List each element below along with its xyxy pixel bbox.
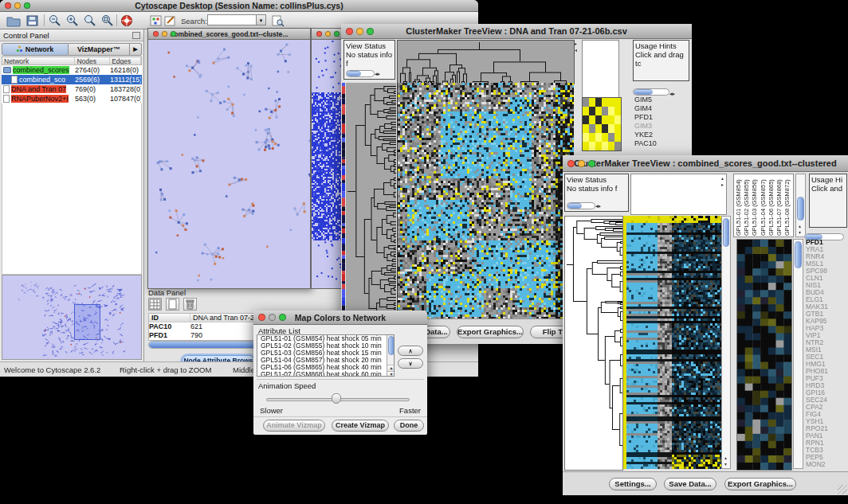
- resize-grip[interactable]: [838, 485, 847, 494]
- close-icon[interactable]: [346, 28, 353, 35]
- zoom-row-label[interactable]: GIM5: [634, 96, 666, 104]
- help-lifesaver-icon[interactable]: [120, 14, 134, 27]
- zoom-out-icon[interactable]: [48, 14, 62, 27]
- network-table-row[interactable]: RNAPuberNov2+I563(0)107847(0): [2, 94, 142, 104]
- annotation-icon[interactable]: [163, 14, 178, 27]
- minimize-icon[interactable]: [325, 31, 331, 37]
- close-icon[interactable]: [258, 314, 265, 321]
- column-label[interactable]: GPL51-04 (GSM857): [760, 175, 768, 236]
- background-network-window[interactable]: [311, 28, 343, 289]
- main-titlebar[interactable]: Cytoscape Desktop (Session Name: collins…: [0, 0, 478, 12]
- overview-viewport[interactable]: [74, 304, 100, 340]
- dialog-titlebar[interactable]: Map Colors to Network: [253, 311, 427, 325]
- row-dendrogram-canvas[interactable]: [346, 83, 396, 318]
- row-dendrogram-canvas[interactable]: [564, 216, 623, 471]
- heatmap-canvas[interactable]: [626, 216, 721, 469]
- delete-attribute-icon[interactable]: [183, 298, 197, 311]
- zoom-heatmap-canvas[interactable]: [582, 97, 622, 151]
- scroll-arrow-icon[interactable]: ▸: [721, 182, 724, 187]
- save-data-button[interactable]: Save Data...: [664, 478, 716, 490]
- network-canvas[interactable]: [148, 40, 310, 288]
- column-label[interactable]: GPL51-06 (GSM865): [768, 175, 775, 236]
- enhanced-search-icon[interactable]: [271, 14, 285, 27]
- scroll-up-icon[interactable]: ▴: [387, 365, 395, 371]
- animation-speed-slider-thumb[interactable]: [332, 393, 341, 404]
- zoom-window-icon[interactable]: [588, 160, 595, 167]
- column-label[interactable]: GPL51-07 (GSM868): [775, 175, 783, 236]
- network-table-row[interactable]: DNA and Tran 07769(0)183728(0): [2, 84, 142, 94]
- column-label[interactable]: GPL51-08 (GSM872): [783, 175, 791, 236]
- column-dendrogram-canvas[interactable]: [397, 40, 575, 84]
- settings-button[interactable]: Settings...: [609, 478, 657, 490]
- gene-label[interactable]: MON2: [806, 461, 847, 468]
- attr-col-id[interactable]: ID: [149, 314, 190, 322]
- column-header-network[interactable]: Network: [2, 57, 75, 64]
- minimize-icon[interactable]: [578, 160, 585, 167]
- minimize-icon[interactable]: [162, 31, 167, 37]
- column-header-edges[interactable]: Edges: [110, 57, 141, 64]
- zoom-window-icon[interactable]: [367, 28, 374, 35]
- animate-vizmap-button[interactable]: Animate Vizmap: [263, 420, 325, 432]
- network-name-cell[interactable]: RNAPuberNov2+I: [2, 95, 75, 103]
- treeview-combined-titlebar[interactable]: ClusterMaker TreeView : combined_scores_…: [563, 155, 848, 172]
- scroll-arrow-icon[interactable]: ▴: [721, 176, 724, 181]
- minimize-icon[interactable]: [356, 28, 363, 35]
- background-window-titlebar[interactable]: [312, 29, 342, 40]
- create-vizmap-button[interactable]: Create Vizmap: [332, 420, 389, 432]
- done-button[interactable]: Done: [394, 420, 424, 432]
- scroll-down-icon[interactable]: ▾: [799, 230, 801, 235]
- labels-scrollbar[interactable]: ▴ ▾: [795, 174, 806, 237]
- network-name-cell[interactable]: combined_sco: [2, 76, 75, 84]
- gene-label-list[interactable]: PFD1YRA1RNR4MSL1SPC98CLN1NIS1BUD4ELG1MAK…: [806, 239, 847, 469]
- zoom-fit-icon[interactable]: [100, 14, 115, 27]
- search-dropdown-icon[interactable]: ▾: [257, 14, 266, 25]
- attribute-list-scrollbar[interactable]: ▴ ▾: [387, 335, 395, 377]
- network-table-header[interactable]: Network Nodes Edges: [2, 57, 142, 65]
- move-up-button[interactable]: ∧: [398, 346, 423, 356]
- export-graphics-button[interactable]: Export Graphics...: [724, 478, 796, 490]
- network-overview-panel[interactable]: [2, 275, 142, 360]
- zoom-row-label[interactable]: GIM3: [634, 122, 666, 131]
- zoom-scrollbar[interactable]: [793, 239, 803, 469]
- minimize-icon[interactable]: [269, 314, 276, 321]
- tab-network[interactable]: Network: [2, 43, 69, 56]
- zoom-window-icon[interactable]: [334, 31, 340, 37]
- zoom-selected-icon[interactable]: [83, 14, 97, 27]
- close-icon[interactable]: [316, 31, 322, 37]
- network-table-row[interactable]: combined_scores2764(0)16218(0): [2, 65, 142, 75]
- zoom-heatmap-canvas[interactable]: [736, 239, 792, 471]
- save-icon[interactable]: [26, 14, 40, 27]
- zoom-window-icon[interactable]: [171, 31, 176, 37]
- tab-overflow-icon[interactable]: ▶: [130, 43, 142, 56]
- attribute-list-item[interactable]: GPL51-07 (GSM868) heat shock 60 min: [259, 371, 394, 377]
- scroll-up-icon[interactable]: ▴: [799, 224, 801, 229]
- network-view-titlebar[interactable]: combined_scores_good.txt--cluste...: [148, 29, 310, 40]
- column-header-nodes[interactable]: Nodes: [75, 57, 110, 64]
- minimize-icon[interactable]: [14, 2, 21, 9]
- scroll-up-icon[interactable]: ▴: [724, 455, 727, 460]
- network-overview-canvas[interactable]: [2, 275, 143, 359]
- float-panel-icon[interactable]: [132, 32, 140, 39]
- zoom-in-icon[interactable]: [65, 14, 80, 27]
- scroll-down-icon[interactable]: ▾: [387, 371, 395, 377]
- zoom-row-label[interactable]: PAC10: [634, 139, 666, 148]
- scroll-down-icon[interactable]: ▾: [724, 462, 727, 467]
- zoom-row-label[interactable]: PFD1: [634, 113, 666, 122]
- zoom-row-label[interactable]: GIM4: [634, 104, 666, 113]
- network-name-cell[interactable]: DNA and Tran 07: [2, 85, 75, 93]
- network-name-cell[interactable]: combined_scores: [2, 66, 75, 74]
- new-attribute-icon[interactable]: [166, 298, 179, 311]
- zoom-window-icon[interactable]: [24, 2, 30, 9]
- export-graphics-button[interactable]: Export Graphics...: [457, 326, 524, 338]
- vizmapper-icon[interactable]: [149, 14, 163, 27]
- column-label[interactable]: GPL51-03 (GSM856): [751, 175, 759, 236]
- attribute-list[interactable]: GPL51-01 (GSM854) heat shock 05 minGPL51…: [257, 334, 395, 377]
- heatmap-scrollbar[interactable]: ▴ ▾: [721, 216, 731, 469]
- scroll-arrow-icon[interactable]: ◂: [575, 48, 577, 53]
- close-icon[interactable]: [153, 31, 159, 37]
- zoom-window-icon[interactable]: [279, 314, 286, 321]
- network-table-row[interactable]: combined_sco2569(6)13112(15): [2, 75, 142, 84]
- zoom-row-label[interactable]: YKE2: [634, 131, 666, 139]
- move-down-button[interactable]: ∨: [398, 358, 423, 369]
- background-network-canvas[interactable]: [312, 40, 342, 288]
